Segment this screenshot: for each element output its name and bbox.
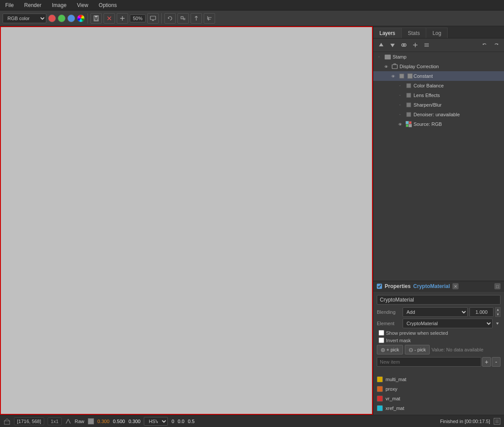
layer-constant[interactable]: Constant xyxy=(373,71,504,81)
flip-btn[interactable] xyxy=(191,13,202,24)
element-select[interactable]: CryptoMaterial xyxy=(403,319,493,328)
material-proxy[interactable]: proxy xyxy=(377,384,501,394)
prop-name-input[interactable] xyxy=(377,295,501,305)
svg-rect-93 xyxy=(407,83,411,88)
xref-mat-label: xref_mat xyxy=(386,406,404,411)
layers-list: Stamp Display Correction Constant xyxy=(373,52,504,281)
status-options-icon[interactable] xyxy=(494,418,501,425)
cancel-btn[interactable] xyxy=(104,13,115,24)
material-multi-mat[interactable]: multi_mat xyxy=(377,375,501,384)
layer-dn-visibility[interactable] xyxy=(396,111,404,118)
svg-rect-10 xyxy=(181,17,183,19)
multi-mat-color xyxy=(377,376,383,382)
status-bar: [1716, 568] 1x1 Raw 0.300 0.500 0.300 HS… xyxy=(0,415,504,427)
layer-dc-label: Display Correction xyxy=(400,64,502,69)
svg-rect-96 xyxy=(407,112,411,117)
tab-stats[interactable]: Stats xyxy=(402,28,426,38)
tab-log[interactable]: Log xyxy=(426,28,448,38)
properties-enabled-checkbox[interactable] xyxy=(377,284,382,289)
color-mode-select[interactable]: RGB color xyxy=(3,14,46,23)
blending-label: Blending xyxy=(377,309,401,315)
invert-mask-label: Invert mask xyxy=(386,338,411,343)
element-label: Element xyxy=(377,321,401,326)
layer-options-btn[interactable] xyxy=(421,40,432,50)
prop-blending-row: Blending Add Normal Multiply ▲ ▼ xyxy=(377,307,501,317)
layer-constant-icon xyxy=(398,73,406,79)
layer-lens-effects[interactable]: Lens Effects xyxy=(373,90,504,100)
wheel-color-btn[interactable] xyxy=(77,14,85,22)
menu-view[interactable]: View xyxy=(75,1,90,9)
menu-render[interactable]: Render xyxy=(22,1,43,9)
blending-up-btn[interactable]: ▲ xyxy=(495,307,501,312)
layer-le-visibility[interactable] xyxy=(396,91,404,99)
status-num1: 0 xyxy=(171,419,174,424)
pick-add-btn[interactable]: + pick xyxy=(377,345,403,354)
red-color-btn[interactable] xyxy=(48,14,56,22)
right-panel: Layers Stats Log xyxy=(373,26,504,415)
blending-mode-select[interactable]: Add Normal Multiply xyxy=(403,307,468,317)
properties-tab-name[interactable]: CryptoMaterial xyxy=(413,283,450,289)
panel-tabs: Layers Stats Log xyxy=(373,26,504,38)
layer-denoiser[interactable]: Denoiser: unavailable xyxy=(373,110,504,119)
zoom-level[interactable]: 50% xyxy=(130,14,146,22)
sep-2 xyxy=(161,13,162,24)
invert-mask-checkbox[interactable] xyxy=(379,337,384,343)
properties-close-btn[interactable]: ✕ xyxy=(452,283,459,289)
show-preview-checkbox[interactable] xyxy=(379,330,384,336)
move-up-btn[interactable] xyxy=(376,40,386,50)
svg-rect-1 xyxy=(95,16,97,17)
move-down-btn[interactable] xyxy=(387,40,398,50)
monitor-btn[interactable] xyxy=(147,13,159,24)
main-content: Layers Stats Log xyxy=(0,26,504,415)
undo-btn[interactable] xyxy=(480,40,490,50)
layer-stamp[interactable]: Stamp xyxy=(373,52,504,62)
redo-btn[interactable] xyxy=(491,40,501,50)
new-item-remove-btn[interactable]: - xyxy=(492,357,501,367)
layer-sb-visibility[interactable] xyxy=(396,101,404,109)
properties-maximize-btn[interactable]: □ xyxy=(494,283,501,289)
material-xref-mat[interactable]: xref_mat xyxy=(377,403,501,413)
menu-file[interactable]: File xyxy=(3,1,15,9)
region-btn[interactable] xyxy=(177,13,189,24)
blending-value-input[interactable] xyxy=(469,307,494,317)
chain-btn[interactable] xyxy=(399,40,409,50)
add-btn[interactable] xyxy=(117,13,128,24)
properties-header: Properties CryptoMaterial ✕ □ xyxy=(373,281,504,292)
layer-sb-label: Sharpen/Blur xyxy=(414,102,502,108)
layer-cb-label: Color Balance xyxy=(414,83,502,88)
status-val3: 0.300 xyxy=(129,419,141,424)
layer-toolbar xyxy=(373,38,504,52)
svg-rect-100 xyxy=(409,124,412,127)
menu-options[interactable]: Options xyxy=(97,1,118,9)
vr-mat-label: vr_mat xyxy=(386,396,400,401)
svg-rect-91 xyxy=(392,65,397,69)
layer-stamp-visibility[interactable] xyxy=(375,53,383,61)
layer-constant-visibility[interactable] xyxy=(389,73,397,79)
crop-btn[interactable] xyxy=(204,13,215,24)
menu-image[interactable]: Image xyxy=(50,1,68,9)
rotate-left-btn[interactable] xyxy=(164,13,176,24)
layer-dc-visibility[interactable] xyxy=(382,64,390,69)
layer-display-correction[interactable]: Display Correction xyxy=(373,62,504,71)
new-item-input[interactable] xyxy=(377,357,481,367)
menu-bar: File Render Image View Options xyxy=(0,0,504,10)
blending-down-btn[interactable]: ▼ xyxy=(495,312,501,317)
save-btn[interactable] xyxy=(90,13,102,24)
layer-dn-icon xyxy=(405,111,413,118)
layer-cb-visibility[interactable] xyxy=(396,82,404,90)
tab-layers[interactable]: Layers xyxy=(373,28,402,38)
layer-source-rgb[interactable]: Source: RGB xyxy=(373,119,504,129)
new-item-add-btn[interactable]: + xyxy=(482,357,491,367)
green-color-btn[interactable] xyxy=(58,14,66,22)
svg-rect-92 xyxy=(400,74,404,78)
status-val1: 0.300 xyxy=(97,419,110,424)
layer-sharpen-blur[interactable]: Sharpen/Blur xyxy=(373,100,504,110)
material-vr-mat[interactable]: vr_mat xyxy=(377,394,501,403)
layer-color-balance[interactable]: Color Balance xyxy=(373,81,504,90)
pick-remove-btn[interactable]: - pick xyxy=(405,345,430,354)
layer-src-visibility[interactable] xyxy=(396,122,404,127)
add-layer-btn[interactable] xyxy=(410,40,421,50)
status-color-mode-select[interactable]: HSV RGB xyxy=(144,417,168,426)
viewport xyxy=(0,26,373,415)
blue-color-btn[interactable] xyxy=(67,14,75,22)
